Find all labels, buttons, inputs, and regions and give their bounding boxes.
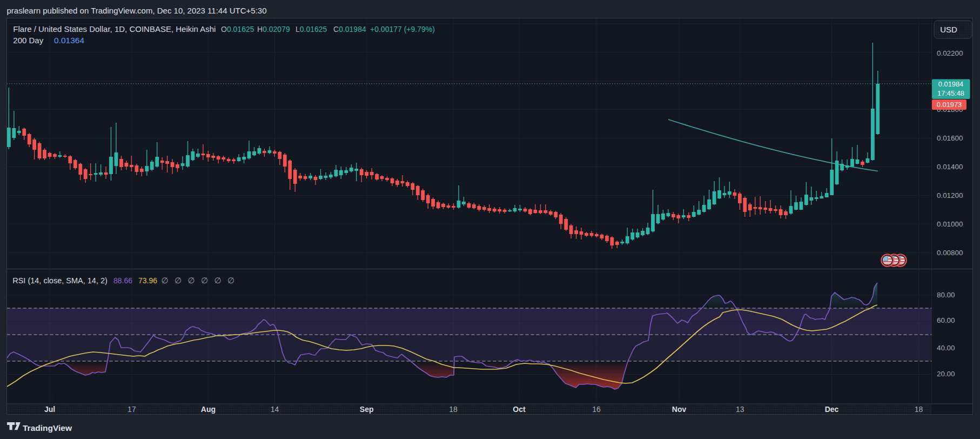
svg-text:Oct: Oct — [513, 405, 526, 414]
svg-text:∅: ∅ — [201, 276, 208, 285]
svg-text:Nov: Nov — [672, 405, 687, 414]
svg-text:73.96: 73.96 — [138, 276, 157, 285]
svg-text:∅: ∅ — [214, 276, 221, 285]
svg-text:17:45:48: 17:45:48 — [937, 89, 964, 97]
svg-text:0.02200: 0.02200 — [937, 49, 963, 57]
svg-text:0.01984: 0.01984 — [938, 80, 963, 88]
svg-text:18: 18 — [915, 405, 923, 414]
svg-text:17: 17 — [127, 405, 136, 414]
svg-text:C0.01984: C0.01984 — [333, 25, 366, 34]
svg-text:RSI (14, close, SMA, 14, 2): RSI (14, close, SMA, 14, 2) — [12, 276, 108, 285]
svg-text:16: 16 — [592, 405, 601, 414]
svg-text:praslearn published on Trading: praslearn published on TradingView.com, … — [7, 6, 267, 15]
svg-text:0.01600: 0.01600 — [937, 134, 963, 142]
svg-text:∅: ∅ — [227, 276, 234, 285]
svg-text:∅: ∅ — [161, 276, 168, 285]
svg-text:0.01200: 0.01200 — [937, 191, 963, 199]
svg-text:+0.00177 (+9.79%): +0.00177 (+9.79%) — [370, 25, 435, 34]
svg-text:20.00: 20.00 — [937, 370, 955, 378]
svg-text:H0.02079: H0.02079 — [257, 25, 290, 34]
svg-text:Sep: Sep — [360, 405, 374, 414]
svg-text:∅: ∅ — [187, 276, 194, 285]
svg-text:Jul: Jul — [44, 405, 55, 414]
svg-text:14: 14 — [271, 405, 279, 414]
svg-text:Flare / United States Dollar,: Flare / United States Dollar, 1D, COINBA… — [13, 24, 216, 34]
svg-text:Aug: Aug — [201, 405, 216, 414]
svg-text:13: 13 — [736, 405, 744, 414]
svg-text:18: 18 — [449, 405, 458, 414]
svg-text:USD: USD — [940, 25, 957, 34]
svg-text:L0.01625: L0.01625 — [296, 25, 327, 34]
svg-text:60.00: 60.00 — [937, 316, 955, 324]
svg-text:200 Day: 200 Day — [13, 36, 43, 45]
svg-text:0.01000: 0.01000 — [937, 220, 963, 228]
svg-text:0.00800: 0.00800 — [937, 249, 963, 257]
svg-text:88.66: 88.66 — [113, 276, 132, 285]
svg-text:∅: ∅ — [174, 276, 182, 285]
svg-text:0.01973: 0.01973 — [937, 101, 962, 109]
svg-text:O0.01625: O0.01625 — [221, 25, 254, 34]
svg-text:Dec: Dec — [825, 405, 839, 414]
svg-text:80.00: 80.00 — [937, 291, 955, 299]
svg-text:0.01400: 0.01400 — [937, 163, 963, 171]
svg-text:0.01364: 0.01364 — [54, 36, 84, 45]
svg-text:40.00: 40.00 — [937, 344, 955, 352]
svg-text:TradingView: TradingView — [23, 423, 72, 433]
